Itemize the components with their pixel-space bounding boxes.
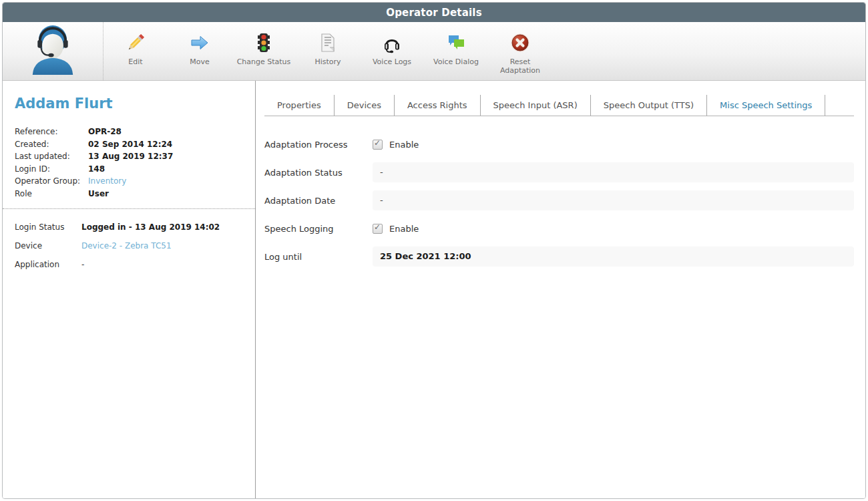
field-label: Speech Logging [264, 224, 373, 234]
speech-logging-checkbox-group: ✓ Enable [373, 224, 419, 234]
tab-misc-speech-settings[interactable]: Misc Speech Settings [707, 95, 825, 116]
checkbox-label: Enable [389, 140, 419, 150]
device-link[interactable]: Device-2 - Zebra TC51 [81, 242, 172, 251]
info-label: Operator Group: [15, 177, 88, 186]
form-row-adaptation-status: Adaptation Status - [264, 162, 854, 182]
info-row-created: Created: 02 Sep 2014 12:24 [15, 140, 255, 149]
info-row-operator-group: Operator Group: Inventory [15, 177, 255, 186]
session-row-device: Device Device-2 - Zebra TC51 [15, 242, 255, 251]
misc-speech-settings-form: Adaptation Process ✓ Enable Adaptation S… [264, 134, 854, 267]
info-row-last-updated: Last updated: 13 Aug 2019 12:37 [15, 152, 255, 161]
info-row-role: Role User [15, 190, 255, 198]
adaptation-process-checkbox-group: ✓ Enable [373, 140, 419, 150]
checkbox-label: Enable [389, 224, 419, 234]
voice-dialog-label: Voice Dialog [433, 57, 479, 66]
form-row-log-until: Log until 25 Dec 2021 12:00 [264, 246, 854, 267]
traffic-light-icon [253, 31, 274, 55]
adaptation-process-checkbox[interactable]: ✓ [373, 140, 383, 150]
sidebar-divider [3, 208, 255, 209]
adaptation-status-field: - [373, 162, 854, 182]
reset-adaptation-button[interactable]: Reset Adaptation [488, 22, 552, 80]
pencil-icon [125, 31, 146, 55]
info-label: Created: [15, 140, 88, 149]
move-label: Move [190, 57, 210, 66]
headphones-icon [381, 31, 403, 55]
edit-button[interactable]: Edit [103, 22, 168, 80]
field-label: Log until [264, 252, 373, 262]
change-status-label: Change Status [237, 57, 291, 66]
voice-logs-button[interactable]: Voice Logs [360, 22, 424, 80]
info-value: 148 [88, 165, 105, 174]
content-area: Addam Flurt Reference: OPR-28 Created: 0… [3, 81, 865, 498]
info-value: User [88, 190, 109, 198]
info-label: Login ID: [15, 165, 88, 174]
log-until-field: 25 Dec 2021 12:00 [373, 246, 854, 267]
info-value: 13 Aug 2019 12:37 [88, 152, 173, 161]
operator-group-link[interactable]: Inventory [88, 177, 126, 186]
speech-logging-checkbox[interactable]: ✓ [373, 224, 383, 234]
session-label: Device [15, 242, 81, 251]
change-status-button[interactable]: Change Status [232, 22, 296, 80]
chat-bubbles-icon [445, 31, 467, 55]
move-button[interactable]: Move [168, 22, 232, 80]
checkmark-icon: ✓ [374, 222, 381, 232]
detail-panel: Properties Devices Access Rights Speech … [256, 81, 865, 498]
info-row-login-id: Login ID: 148 [15, 165, 255, 174]
voice-dialog-button[interactable]: Voice Dialog [424, 22, 488, 80]
info-row-reference: Reference: OPR-28 [15, 128, 255, 136]
edit-label: Edit [128, 57, 142, 66]
tab-bar: Properties Devices Access Rights Speech … [264, 95, 854, 116]
info-value: 02 Sep 2014 12:24 [88, 140, 172, 149]
adaptation-date-field: - [373, 190, 854, 210]
tab-speech-output-tts[interactable]: Speech Output (TTS) [591, 95, 707, 116]
title-bar: Operator Details [3, 3, 865, 22]
history-button[interactable]: History [296, 22, 360, 80]
toolbar: Edit Move [3, 22, 865, 81]
form-row-adaptation-process: Adaptation Process ✓ Enable [264, 134, 854, 154]
operator-details-window: Operator Details [2, 2, 866, 499]
tab-access-rights[interactable]: Access Rights [395, 95, 481, 116]
info-label: Role [15, 190, 88, 198]
session-row-login-status: Login Status Logged in - 13 Aug 2019 14:… [15, 223, 255, 232]
info-label: Reference: [15, 128, 88, 136]
session-row-application: Application - [15, 261, 255, 269]
form-row-speech-logging: Speech Logging ✓ Enable [264, 218, 854, 238]
operator-summary-panel: Addam Flurt Reference: OPR-28 Created: 0… [3, 81, 256, 498]
reset-x-icon [509, 31, 531, 55]
operator-name: Addam Flurt [15, 96, 255, 112]
checkmark-icon: ✓ [374, 138, 381, 148]
window-title: Operator Details [386, 7, 482, 19]
operator-avatar [3, 22, 103, 80]
session-label: Application [15, 261, 81, 269]
tab-speech-input-asr[interactable]: Speech Input (ASR) [481, 95, 591, 116]
toolbar-buttons: Edit Move [103, 22, 552, 80]
reset-adaptation-label: Reset Adaptation [491, 57, 550, 75]
application-value: - [81, 261, 84, 269]
document-icon [317, 31, 339, 55]
history-label: History [314, 57, 341, 66]
tab-properties[interactable]: Properties [264, 95, 335, 116]
arrow-right-icon [189, 31, 210, 55]
form-row-adaptation-date: Adaptation Date - [264, 190, 854, 210]
field-label: Adaptation Process [264, 140, 373, 150]
field-label: Adaptation Status [264, 168, 373, 178]
info-value: OPR-28 [88, 128, 122, 136]
field-label: Adaptation Date [264, 196, 373, 206]
session-label: Login Status [15, 223, 81, 232]
login-status-value: Logged in - 13 Aug 2019 14:02 [81, 223, 220, 232]
info-label: Last updated: [15, 152, 88, 161]
tab-devices[interactable]: Devices [335, 95, 395, 116]
operator-headset-avatar-icon [25, 24, 81, 79]
voice-logs-label: Voice Logs [373, 57, 411, 66]
